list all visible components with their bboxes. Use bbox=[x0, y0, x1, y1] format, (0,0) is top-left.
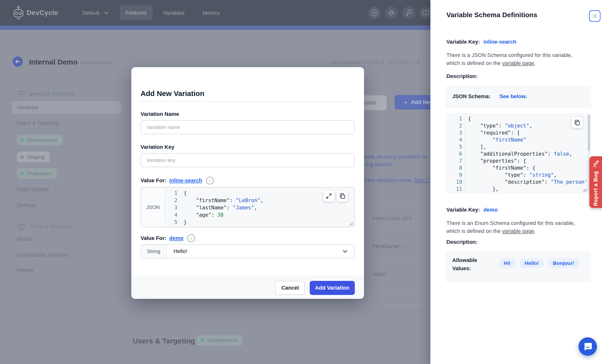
copy-icon bbox=[574, 119, 580, 126]
plus-circle-icon bbox=[370, 9, 378, 17]
schema-code-block[interactable]: 1{2 "type": "object",3 "required": [4 "f… bbox=[446, 113, 591, 193]
app-screen: DevCycle Default Features Variables Metr… bbox=[0, 0, 602, 364]
tab-variables[interactable]: Variables bbox=[163, 10, 185, 16]
code-line: 4 "age": 38 bbox=[165, 211, 354, 219]
code-line: 3 "lastName": "James", bbox=[165, 204, 354, 211]
sidebar-item-history[interactable]: History bbox=[17, 267, 33, 273]
plus-icon: + bbox=[404, 99, 407, 106]
section-divider bbox=[130, 304, 430, 305]
line-number: 3 bbox=[165, 204, 184, 211]
variable-key-row: Variable Key: inline-search bbox=[446, 39, 516, 45]
demo-link[interactable]: demo bbox=[169, 235, 183, 241]
bg-paragraph-line2: ting section. bbox=[365, 161, 393, 168]
chevron-down-icon bbox=[104, 11, 109, 15]
copy-button[interactable] bbox=[337, 191, 348, 202]
variation-key-input[interactable] bbox=[140, 153, 355, 167]
variation-name-input[interactable] bbox=[140, 120, 355, 134]
variable-key-link[interactable]: demo bbox=[484, 207, 498, 213]
close-icon bbox=[591, 13, 598, 19]
allowable-value-pill: Hello! bbox=[519, 258, 544, 268]
cancel-button[interactable]: Cancel bbox=[275, 281, 305, 295]
resize-handle[interactable] bbox=[582, 188, 587, 192]
chat-bubble-icon bbox=[583, 342, 593, 352]
report-bug-tab[interactable]: Report a Bug bbox=[589, 156, 602, 208]
project-selector[interactable]: Default bbox=[82, 10, 99, 16]
sidebar-item-settings[interactable]: Settings bbox=[17, 202, 36, 208]
section-divider bbox=[130, 353, 430, 353]
value-for-label: Value For: bbox=[140, 235, 166, 241]
demo-value-select[interactable]: String Hello! bbox=[140, 244, 355, 258]
variation-key-label: Variation Key bbox=[140, 144, 174, 150]
sidebar-item-variables[interactable]: Variables bbox=[12, 101, 121, 114]
code-line: 5 ], bbox=[447, 143, 591, 150]
expand-button[interactable] bbox=[323, 191, 334, 202]
code-line: 5} bbox=[165, 219, 354, 226]
bg-paragraph-line3-text: t the variation name. bbox=[365, 177, 414, 183]
inline-search-link[interactable]: inline-search bbox=[169, 177, 202, 184]
chevron-down-icon bbox=[342, 245, 354, 258]
allowable-value-pill: Bonjour! bbox=[548, 258, 579, 268]
sidebar-env-staging[interactable]: Staging bbox=[17, 152, 50, 162]
line-number: 1 bbox=[165, 190, 184, 197]
env-label: Development bbox=[27, 137, 57, 143]
tab-metrics[interactable]: Metrics bbox=[203, 10, 220, 16]
create-button[interactable] bbox=[368, 7, 381, 19]
bg-see-link[interactable]: See C bbox=[414, 177, 429, 183]
allowable-value-pill: Hi! bbox=[498, 258, 516, 268]
code-line: 6 "additionalProperties": false, bbox=[447, 150, 591, 158]
sidebar-item-code-sample[interactable]: Code Sample bbox=[17, 186, 49, 193]
schema-paragraph: There is an Enum Schema configured for t… bbox=[446, 219, 587, 235]
allowable-label: Allowable bbox=[452, 257, 477, 263]
variable-page-link[interactable]: variable page bbox=[502, 228, 534, 234]
expand-icon bbox=[326, 193, 332, 199]
devcycle-logo-icon[interactable] bbox=[13, 6, 24, 20]
copy-button[interactable] bbox=[572, 117, 583, 128]
gear-icon bbox=[387, 9, 396, 17]
description-label: Description: bbox=[446, 239, 477, 245]
json-value-editor[interactable]: JSON 1{2 "firstName": "LeBron",3 "lastNa… bbox=[140, 187, 355, 227]
scrollbar-thumb[interactable] bbox=[588, 115, 590, 151]
allowable-label: Values: bbox=[452, 265, 471, 272]
last-modified-text: Last modified on June 6, 2023 at 3:07 P bbox=[330, 59, 420, 65]
api-keys-button[interactable] bbox=[402, 7, 415, 19]
sidebar-env-production[interactable]: Production bbox=[17, 168, 57, 179]
sidebar-env-development[interactable]: Development bbox=[17, 135, 63, 145]
chat-widget-button[interactable] bbox=[579, 337, 597, 356]
paragraph-line: There is an Enum Schema configured for t… bbox=[446, 220, 575, 226]
schema-code[interactable]: 1{2 "type": "object",3 "required": [4 "f… bbox=[447, 115, 591, 193]
tab-features[interactable]: Features bbox=[120, 5, 153, 20]
json-schema-box: JSON Schema: See below. bbox=[446, 85, 591, 108]
json-schema-label: JSON Schema: bbox=[452, 93, 491, 100]
code-line: 11 }, bbox=[447, 186, 591, 193]
line-number: 4 bbox=[165, 211, 184, 219]
settings-button[interactable] bbox=[385, 7, 398, 19]
variation-name-label: Variation Name bbox=[140, 111, 179, 117]
sidebar-section-data-results: DATA & RESULTS bbox=[31, 224, 73, 229]
variable-key-link[interactable]: inline-search bbox=[484, 39, 516, 45]
value-for-demo-row: Value For: demo i bbox=[140, 235, 195, 242]
bg-paragraph-line1: eate as many variations ar bbox=[365, 154, 427, 160]
sidebar-item-users-targeting[interactable]: Users & Targeting bbox=[17, 120, 59, 126]
variable-page-link[interactable]: variable page bbox=[502, 60, 534, 66]
variable-schema-panel: Variable Schema Definitions Variable Key… bbox=[430, 0, 602, 364]
env-label: Development bbox=[207, 337, 237, 343]
info-icon[interactable]: i bbox=[187, 234, 195, 242]
devcycle-logo-text[interactable]: DevCycle bbox=[27, 9, 58, 17]
env-dot-icon bbox=[20, 155, 24, 159]
env-label: Staging bbox=[27, 154, 44, 160]
add-variation-button[interactable]: Add Variation bbox=[310, 281, 355, 295]
info-icon[interactable]: i bbox=[206, 177, 214, 184]
variable-key-row: Variable Key: demo bbox=[446, 207, 497, 213]
sidebar-item-comparative-analysis[interactable]: Comparative Analysis bbox=[17, 252, 68, 258]
table-row-cell: {"firstName":... bbox=[372, 243, 406, 250]
feature-key: internal-demo bbox=[81, 60, 112, 66]
code-line: 7 "properties": { bbox=[447, 158, 591, 165]
allowable-values-list: Hi!Hello!Bonjour! bbox=[498, 258, 583, 268]
close-panel-button[interactable] bbox=[589, 10, 601, 22]
back-button[interactable] bbox=[13, 56, 23, 67]
paragraph-line: which is defined on the bbox=[446, 60, 502, 66]
resize-handle[interactable] bbox=[349, 222, 353, 226]
editor-type-label: JSON bbox=[141, 188, 165, 227]
sidebar-item-reach[interactable]: Reach bbox=[17, 236, 32, 242]
see-below-link[interactable]: See below. bbox=[499, 93, 527, 100]
